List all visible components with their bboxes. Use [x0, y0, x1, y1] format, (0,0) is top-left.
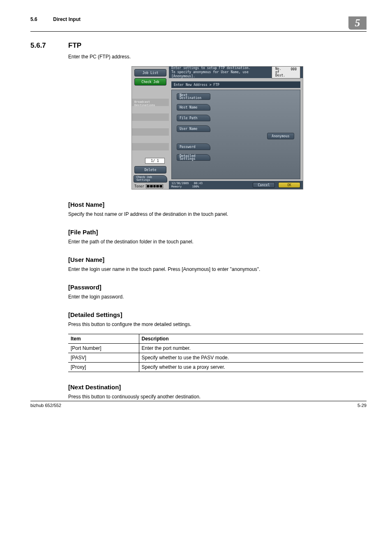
next-destination-text: Press this button to continuously specif… [68, 394, 367, 400]
message-line-2: To specify anonymous for User Name, use … [171, 70, 272, 79]
table-cell-desc: Specify whether to use the PASV mode. [139, 353, 363, 363]
footer-right: 5-29 [357, 403, 367, 408]
message-bar: Enter settings to setup FTP destination.… [169, 67, 303, 78]
password-heading: [Password] [68, 284, 367, 291]
detailed-settings-button[interactable]: Detailed Settings [177, 154, 210, 161]
message-line-1: Enter settings to setup FTP destination. [171, 66, 272, 70]
cancel-button[interactable]: Cancel [253, 182, 275, 188]
settings-panel: Next Destination Host Name File Path Use… [171, 90, 300, 179]
intro-text: Enter the PC (FTP) address. [68, 54, 367, 60]
table-head-desc: Description [139, 334, 363, 344]
dest-count-badge: No. of Dest. 000 [272, 66, 300, 79]
host-name-button[interactable]: Host Name [177, 104, 210, 111]
table-cell-item: [Port Number] [68, 344, 139, 353]
table-cell-desc: Specify whether to use a proxy server. [139, 363, 363, 372]
check-job-settings-button[interactable]: Check Job Settings [134, 175, 167, 183]
dest-count-label: No. of Dest. [275, 67, 287, 77]
job-list-button[interactable]: Job List [134, 69, 166, 76]
user-name-button[interactable]: User Name [177, 125, 210, 132]
table-head-item: Item [68, 334, 139, 344]
host-name-text: Specify the host name or IP address of t… [68, 211, 367, 217]
check-job-button[interactable]: Check Job [134, 78, 166, 86]
footer-left: bizhub 652/552 [30, 403, 61, 408]
footer-date: 12/30/2009 [171, 182, 189, 185]
footer-memory-label: Memory [171, 185, 182, 188]
footer-time: 00:43 [194, 182, 203, 185]
file-path-button[interactable]: File Path [177, 115, 210, 121]
detailed-settings-table: Item Description [Port Number] Enter the… [68, 334, 363, 372]
file-path-text: Enter the path of the destination folder… [68, 239, 367, 245]
touch-panel-screenshot: Job List Check Job Broadcast Destination… [131, 66, 303, 190]
table-row: [Proxy] Specify whether to use a proxy s… [68, 363, 363, 372]
dest-count-value: 000 [291, 67, 297, 77]
broadcast-destinations-label: Broadcast Destinations [134, 100, 166, 107]
header-section-title: Direct Input [53, 16, 81, 22]
host-name-heading: [Host Name] [68, 201, 367, 208]
header-rule [30, 31, 367, 32]
header-section-number: 5.6 [30, 16, 52, 22]
table-row: [Port Number] Enter the port number. [68, 344, 363, 353]
toner-level-bar [146, 184, 163, 188]
table-cell-desc: Enter the port number. [139, 344, 363, 353]
detailed-settings-text: Press this button to configure the more … [68, 321, 367, 327]
anonymous-button[interactable]: Anonymous [267, 133, 294, 139]
next-destination-heading: [Next Destination] [68, 384, 367, 391]
table-row: [PASV] Specify whether to use the PASV m… [68, 353, 363, 363]
password-button[interactable]: Password [177, 143, 210, 150]
table-cell-item: [Proxy] [68, 363, 139, 372]
user-name-heading: [User Name] [68, 256, 367, 263]
file-path-heading: [File Path] [68, 229, 367, 236]
next-destination-button[interactable]: Next Destination [177, 93, 210, 100]
page-counter: 1/ 1 [145, 158, 165, 164]
breadcrumb: Enter New Address > FTP [171, 81, 300, 88]
user-name-text: Enter the login user name in the touch p… [68, 266, 367, 272]
delete-button[interactable]: Delete [134, 166, 166, 173]
h3-title: FTP [68, 42, 81, 50]
detailed-settings-heading: [Detailed Settings] [68, 311, 367, 318]
ok-button[interactable]: OK [278, 182, 300, 188]
footer-memory-value: 100% [192, 185, 199, 188]
password-text: Enter the login password. [68, 294, 367, 300]
toner-label: Toner [134, 185, 144, 188]
h3-number: 5.6.7 [30, 42, 68, 50]
table-cell-item: [PASV] [68, 353, 139, 363]
chapter-badge: 5 [348, 16, 367, 30]
